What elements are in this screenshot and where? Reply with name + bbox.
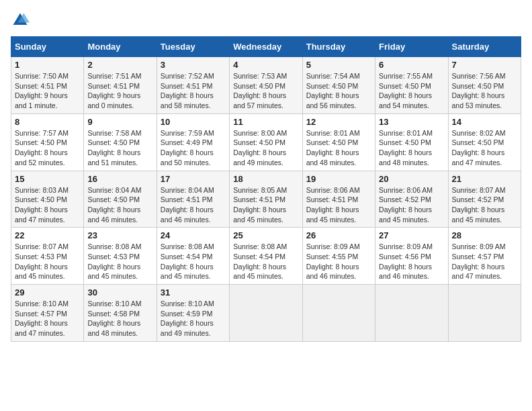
day-info: Sunrise: 8:04 AM Sunset: 4:51 PM Dayligh… [161, 185, 226, 225]
day-info: Sunrise: 7:53 AM Sunset: 4:50 PM Dayligh… [233, 71, 298, 111]
day-number: 31 [161, 287, 226, 298]
calendar-cell: 4Sunrise: 7:53 AM Sunset: 4:50 PM Daylig… [230, 57, 302, 114]
day-info: Sunrise: 8:07 AM Sunset: 4:53 PM Dayligh… [15, 242, 80, 281]
header-tuesday: Tuesday [157, 37, 229, 57]
calendar-cell: 7Sunrise: 7:56 AM Sunset: 4:50 PM Daylig… [448, 57, 521, 114]
calendar-cell: 17Sunrise: 8:04 AM Sunset: 4:51 PM Dayli… [157, 171, 229, 228]
calendar-cell: 27Sunrise: 8:09 AM Sunset: 4:56 PM Dayli… [375, 228, 448, 285]
day-info: Sunrise: 8:00 AM Sunset: 4:50 PM Dayligh… [233, 128, 298, 168]
day-number: 1 [15, 60, 80, 70]
calendar-cell: 10Sunrise: 7:59 AM Sunset: 4:49 PM Dayli… [157, 113, 229, 171]
day-number: 7 [452, 60, 517, 70]
calendar-cell: 28Sunrise: 8:09 AM Sunset: 4:57 PM Dayli… [448, 228, 521, 285]
day-number: 25 [233, 230, 298, 240]
header-wednesday: Wednesday [230, 37, 302, 57]
day-info: Sunrise: 8:09 AM Sunset: 4:55 PM Dayligh… [306, 242, 371, 281]
day-info: Sunrise: 8:01 AM Sunset: 4:50 PM Dayligh… [379, 128, 444, 168]
day-number: 15 [15, 174, 80, 184]
day-info: Sunrise: 8:01 AM Sunset: 4:50 PM Dayligh… [306, 128, 371, 168]
header-thursday: Thursday [302, 37, 375, 57]
day-info: Sunrise: 7:54 AM Sunset: 4:50 PM Dayligh… [306, 71, 371, 111]
calendar-cell: 8Sunrise: 7:57 AM Sunset: 4:50 PM Daylig… [11, 113, 84, 171]
day-number: 18 [233, 174, 298, 184]
calendar-cell: 20Sunrise: 8:06 AM Sunset: 4:52 PM Dayli… [375, 171, 448, 228]
header-monday: Monday [84, 37, 157, 57]
calendar-header-row: SundayMondayTuesdayWednesdayThursdayFrid… [11, 37, 521, 57]
day-number: 19 [306, 174, 371, 184]
day-info: Sunrise: 7:55 AM Sunset: 4:50 PM Dayligh… [379, 71, 444, 111]
calendar-cell: 21Sunrise: 8:07 AM Sunset: 4:52 PM Dayli… [448, 171, 521, 228]
calendar-cell: 25Sunrise: 8:08 AM Sunset: 4:54 PM Dayli… [230, 228, 302, 285]
day-number: 11 [233, 117, 298, 127]
calendar-cell: 14Sunrise: 8:02 AM Sunset: 4:50 PM Dayli… [448, 113, 521, 171]
calendar-cell: 22Sunrise: 8:07 AM Sunset: 4:53 PM Dayli… [11, 228, 84, 285]
week-row-2: 8Sunrise: 7:57 AM Sunset: 4:50 PM Daylig… [11, 113, 521, 171]
day-number: 17 [161, 174, 226, 184]
header-sunday: Sunday [11, 37, 84, 57]
day-info: Sunrise: 8:08 AM Sunset: 4:53 PM Dayligh… [87, 242, 152, 281]
day-info: Sunrise: 7:57 AM Sunset: 4:50 PM Dayligh… [15, 128, 80, 168]
day-info: Sunrise: 7:51 AM Sunset: 4:51 PM Dayligh… [87, 71, 152, 111]
calendar-cell: 2Sunrise: 7:51 AM Sunset: 4:51 PM Daylig… [84, 57, 157, 114]
day-number: 3 [161, 60, 226, 70]
day-info: Sunrise: 8:08 AM Sunset: 4:54 PM Dayligh… [233, 242, 298, 281]
day-info: Sunrise: 8:09 AM Sunset: 4:57 PM Dayligh… [452, 242, 517, 281]
calendar-cell: 1Sunrise: 7:50 AM Sunset: 4:51 PM Daylig… [11, 57, 84, 114]
day-number: 16 [87, 174, 152, 184]
calendar-cell [230, 285, 302, 342]
day-info: Sunrise: 8:03 AM Sunset: 4:50 PM Dayligh… [15, 185, 80, 225]
calendar-cell: 18Sunrise: 8:05 AM Sunset: 4:51 PM Dayli… [230, 171, 302, 228]
calendar-cell: 24Sunrise: 8:08 AM Sunset: 4:54 PM Dayli… [157, 228, 229, 285]
day-info: Sunrise: 7:58 AM Sunset: 4:50 PM Dayligh… [87, 128, 152, 168]
logo-icon [11, 11, 30, 30]
calendar-cell: 12Sunrise: 8:01 AM Sunset: 4:50 PM Dayli… [302, 113, 375, 171]
day-info: Sunrise: 8:04 AM Sunset: 4:50 PM Dayligh… [87, 185, 152, 225]
calendar-cell: 19Sunrise: 8:06 AM Sunset: 4:51 PM Dayli… [302, 171, 375, 228]
calendar-cell: 30Sunrise: 8:10 AM Sunset: 4:58 PM Dayli… [84, 285, 157, 342]
calendar-table: SundayMondayTuesdayWednesdayThursdayFrid… [11, 36, 521, 342]
calendar-cell: 31Sunrise: 8:10 AM Sunset: 4:59 PM Dayli… [157, 285, 229, 342]
header-friday: Friday [375, 37, 448, 57]
week-row-3: 15Sunrise: 8:03 AM Sunset: 4:50 PM Dayli… [11, 171, 521, 228]
day-info: Sunrise: 8:09 AM Sunset: 4:56 PM Dayligh… [379, 242, 444, 281]
calendar-cell: 3Sunrise: 7:52 AM Sunset: 4:51 PM Daylig… [157, 57, 229, 114]
day-number: 24 [161, 230, 226, 240]
day-number: 29 [15, 287, 80, 298]
day-number: 22 [15, 230, 80, 240]
week-row-4: 22Sunrise: 8:07 AM Sunset: 4:53 PM Dayli… [11, 228, 521, 285]
day-number: 30 [87, 287, 152, 298]
day-number: 23 [87, 230, 152, 240]
week-row-1: 1Sunrise: 7:50 AM Sunset: 4:51 PM Daylig… [11, 57, 521, 114]
day-number: 14 [452, 117, 517, 127]
day-info: Sunrise: 7:59 AM Sunset: 4:49 PM Dayligh… [161, 128, 226, 168]
calendar-cell: 29Sunrise: 8:10 AM Sunset: 4:57 PM Dayli… [11, 285, 84, 342]
day-number: 27 [379, 230, 444, 240]
week-row-5: 29Sunrise: 8:10 AM Sunset: 4:57 PM Dayli… [11, 285, 521, 342]
day-number: 12 [306, 117, 371, 127]
day-number: 4 [233, 60, 298, 70]
day-info: Sunrise: 8:08 AM Sunset: 4:54 PM Dayligh… [161, 242, 226, 281]
day-number: 26 [306, 230, 371, 240]
day-info: Sunrise: 8:10 AM Sunset: 4:58 PM Dayligh… [87, 299, 152, 338]
calendar-cell: 9Sunrise: 7:58 AM Sunset: 4:50 PM Daylig… [84, 113, 157, 171]
day-number: 5 [306, 60, 371, 70]
logo [11, 11, 32, 30]
header-saturday: Saturday [448, 37, 521, 57]
day-info: Sunrise: 8:10 AM Sunset: 4:59 PM Dayligh… [161, 299, 226, 338]
calendar-cell: 13Sunrise: 8:01 AM Sunset: 4:50 PM Dayli… [375, 113, 448, 171]
calendar-cell: 5Sunrise: 7:54 AM Sunset: 4:50 PM Daylig… [302, 57, 375, 114]
day-number: 28 [452, 230, 517, 240]
day-number: 2 [87, 60, 152, 70]
calendar-cell: 16Sunrise: 8:04 AM Sunset: 4:50 PM Dayli… [84, 171, 157, 228]
page-header [11, 11, 521, 30]
calendar-cell [375, 285, 448, 342]
day-info: Sunrise: 8:05 AM Sunset: 4:51 PM Dayligh… [233, 185, 298, 225]
calendar-cell: 15Sunrise: 8:03 AM Sunset: 4:50 PM Dayli… [11, 171, 84, 228]
day-info: Sunrise: 7:52 AM Sunset: 4:51 PM Dayligh… [161, 71, 226, 111]
day-number: 10 [161, 117, 226, 127]
day-number: 9 [87, 117, 152, 127]
day-info: Sunrise: 8:02 AM Sunset: 4:50 PM Dayligh… [452, 128, 517, 168]
day-number: 21 [452, 174, 517, 184]
day-info: Sunrise: 7:56 AM Sunset: 4:50 PM Dayligh… [452, 71, 517, 111]
day-info: Sunrise: 8:06 AM Sunset: 4:52 PM Dayligh… [379, 185, 444, 225]
